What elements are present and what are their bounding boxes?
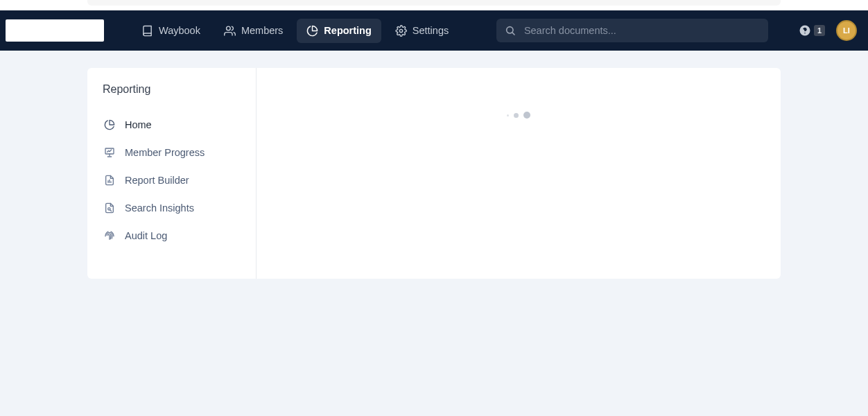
main-panel [257, 68, 781, 279]
app-header: Waybook Members Reporting Settings 1 LI [0, 10, 868, 51]
sidebar-item-audit-log[interactable]: Audit Log [103, 222, 242, 250]
main-nav: Waybook Members Reporting Settings [132, 19, 458, 43]
sidebar-item-label: Report Builder [125, 175, 189, 186]
loader-dot [523, 112, 530, 119]
presentation-icon [104, 147, 115, 158]
nav-label: Reporting [324, 25, 371, 36]
nav-waybook[interactable]: Waybook [132, 19, 210, 43]
avatar-initials: LI [843, 26, 850, 35]
fingerprint-icon [104, 230, 115, 241]
sidebar: Reporting Home Member Progress Report Bu… [87, 68, 257, 279]
sidebar-item-home[interactable]: Home [103, 111, 242, 139]
sidebar-item-label: Audit Log [125, 230, 167, 241]
users-icon [224, 25, 236, 37]
svg-line-13 [110, 210, 112, 211]
search-input[interactable] [524, 25, 760, 36]
sidebar-item-search-insights[interactable]: Search Insights [103, 194, 242, 222]
top-spacer [0, 0, 868, 10]
sidebar-item-member-progress[interactable]: Member Progress [103, 139, 242, 166]
nav-label: Settings [413, 25, 449, 36]
gear-icon [395, 25, 407, 37]
nav-members[interactable]: Members [214, 19, 293, 43]
loader-dot [507, 114, 509, 116]
file-chart-icon [104, 175, 115, 186]
sidebar-item-label: Member Progress [125, 147, 205, 158]
help-badge: 1 [814, 25, 825, 36]
loader-dot [514, 113, 519, 118]
nav-label: Members [241, 25, 283, 36]
pie-chart-icon [306, 25, 318, 37]
sidebar-item-label: Search Insights [125, 202, 194, 214]
search-icon [505, 25, 516, 36]
avatar[interactable]: LI [836, 20, 857, 41]
help-button[interactable]: 1 [799, 24, 825, 37]
svg-point-0 [226, 26, 230, 31]
nav-settings[interactable]: Settings [385, 19, 458, 43]
svg-point-5 [804, 33, 806, 34]
logo[interactable] [6, 19, 104, 42]
nav-label: Waybook [159, 25, 200, 36]
book-icon [141, 25, 153, 37]
content-card: Reporting Home Member Progress Report Bu… [87, 68, 781, 279]
svg-line-3 [512, 33, 514, 35]
nav-reporting[interactable]: Reporting [297, 19, 381, 43]
loading-indicator [507, 111, 530, 119]
help-icon [799, 24, 811, 37]
header-right: 1 LI [799, 20, 857, 41]
svg-point-1 [399, 29, 402, 32]
pie-chart-icon [104, 119, 115, 130]
sidebar-title: Reporting [103, 83, 242, 96]
sidebar-item-report-builder[interactable]: Report Builder [103, 166, 242, 194]
file-search-icon [104, 202, 115, 214]
sidebar-item-label: Home [125, 119, 152, 130]
search-container[interactable] [496, 19, 768, 42]
